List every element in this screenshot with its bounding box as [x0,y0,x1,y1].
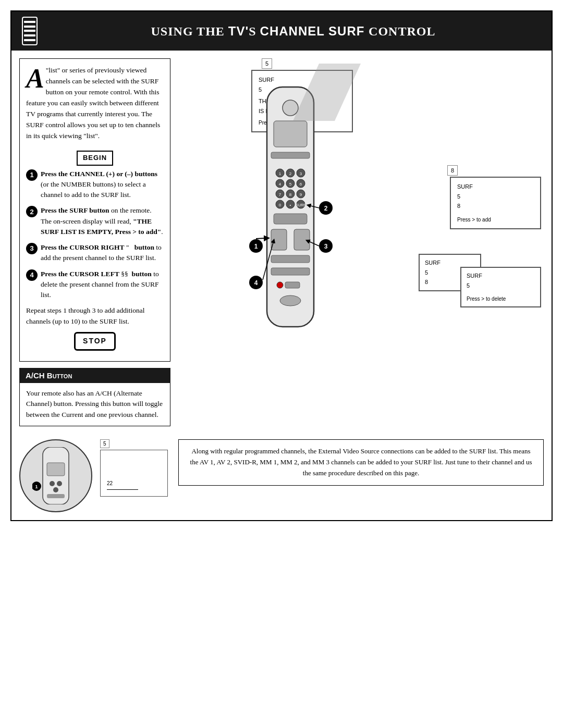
svg-text:4: 4 [279,182,282,187]
step-2: 2 Press the SURF button on the remote. T… [26,205,164,237]
left-column: A "list" or series of previously viewed … [19,58,170,426]
svg-text:2: 2 [324,205,328,212]
svg-text:9: 9 [300,192,302,197]
drop-cap: A [26,68,44,89]
intro-box: A "list" or series of previously viewed … [19,58,170,362]
step-4-number: 4 [26,269,38,281]
page-title: Using the TV's Channel SURF Control [45,24,541,39]
svg-text:5: 5 [289,182,292,187]
svg-text:•: • [290,203,291,207]
ach-text: Your remote also has an A/CH (Alternate … [19,383,170,427]
svg-point-35 [280,295,301,306]
svg-rect-53 [47,494,65,498]
svg-rect-2 [274,121,307,147]
right-column: 5 SURF 5 THE SURF LIST IS EMPTY Press > … [178,58,544,426]
step-1: 1 Press the CHANNEL (+) or (–) buttons (… [26,169,164,201]
remote-icon [22,17,38,45]
bottom-info-box: Along with regular programmed channels, … [178,439,544,485]
ach-title: A/CH Button [19,368,170,383]
svg-text:1: 1 [279,171,282,176]
svg-rect-31 [271,255,310,263]
page-header: Using the TV's Channel SURF Control [11,11,552,51]
step-4: 4 Press the CURSOR LEFT §§ button to del… [26,269,164,301]
svg-rect-49 [47,463,65,476]
svg-text:4: 4 [254,279,258,287]
svg-text:3: 3 [324,243,328,250]
stop-badge-container: Stop [26,332,164,351]
svg-text:6: 6 [300,182,302,187]
surf-screen-3b: SURF 5 Press > to delete [460,267,541,307]
channel-display-1: 5 [262,58,345,70]
svg-text:8: 8 [289,192,292,197]
step-3-text: Press the CURSOR RIGHT " button to add t… [41,242,164,264]
step-3: 3 Press the CURSOR RIGHT " button to add… [26,242,164,264]
channel-box-small: 22 [100,450,168,497]
step-3-number: 3 [26,243,38,254]
step-2-number: 2 [26,206,38,217]
svg-rect-30 [294,229,310,250]
repeat-text: Repeat steps 1 through 3 to add addition… [26,305,164,327]
svg-point-50 [50,481,55,486]
begin-badge: Begin [77,151,113,165]
svg-rect-32 [271,268,310,275]
remote-diagram: 1 2 3 4 5 6 7 8 9 0 • SURF [238,84,342,342]
svg-point-52 [53,487,58,492]
svg-text:0: 0 [279,203,282,207]
channel-display-2: 8 [447,165,538,177]
ach-section: A/CH Button Your remote also has an A/CH… [19,368,170,427]
bottom-section: 1 5 22 Along with regular programmed cha… [11,434,552,520]
svg-point-1 [283,100,298,116]
intro-body: "list" or series of previously viewed ch… [26,66,160,140]
svg-text:1: 1 [254,243,258,250]
remote-small-circle: 1 [19,439,92,512]
svg-point-33 [277,282,283,288]
page-container: Using the TV's Channel SURF Control A "l… [10,10,553,521]
step-1-text: Press the CHANNEL (+) or (–) buttons (or… [41,169,164,201]
svg-text:1: 1 [35,484,38,489]
svg-text:3: 3 [300,171,302,176]
svg-text:2: 2 [289,171,292,176]
step-4-text: Press the CURSOR LEFT §§ button to delet… [41,269,164,301]
bottom-left: 1 5 22 [19,439,168,512]
step-2-text: Press the SURF button on the remote. The… [41,205,164,237]
stop-badge: Stop [74,332,116,351]
svg-rect-29 [271,229,287,250]
svg-rect-34 [285,282,300,288]
svg-point-51 [57,481,62,486]
bottom-channel-box: 5 22 [100,439,168,497]
svg-rect-28 [274,214,307,224]
surf-screen-2: SURF 5 8 Press > to add [450,177,541,229]
svg-rect-3 [271,152,310,158]
diagram-area: 5 SURF 5 THE SURF LIST IS EMPTY Press > … [178,58,544,361]
main-content: A "list" or series of previously viewed … [11,51,552,434]
svg-text:7: 7 [279,192,282,197]
svg-text:SURF: SURF [296,203,305,207]
step-1-number: 1 [26,169,38,181]
